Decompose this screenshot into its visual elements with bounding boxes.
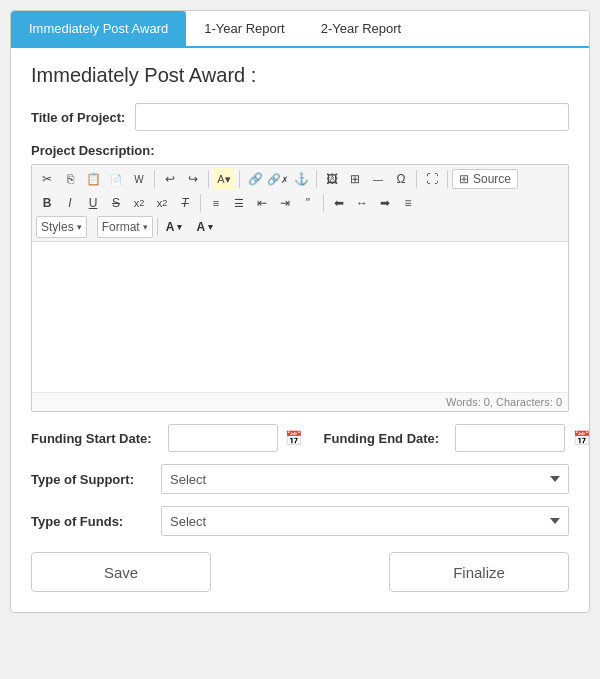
source-button[interactable]: ⊞ Source: [452, 169, 518, 189]
description-label: Project Description:: [31, 143, 569, 158]
bold-button[interactable]: B: [36, 192, 58, 214]
paste-button[interactable]: 📋: [82, 168, 104, 190]
paste-word-button[interactable]: W: [128, 168, 150, 190]
highlight-button[interactable]: A▾: [213, 168, 235, 190]
main-container: Immediately Post Award 1-Year Report 2-Y…: [10, 10, 590, 613]
format-caret-icon: ▾: [143, 222, 148, 232]
sep-8: [323, 194, 324, 212]
blockquote-button[interactable]: ": [297, 192, 319, 214]
tab-2-year-report[interactable]: 2-Year Report: [303, 11, 419, 46]
sep-9: [157, 218, 158, 236]
subscript-button[interactable]: x2: [128, 192, 150, 214]
toolbar-row-1: ✂ ⎘ 📋 📄 W ↩ ↪: [36, 168, 564, 190]
word-count: Words: 0, Characters: 0: [32, 392, 568, 411]
list-ordered-button[interactable]: ≡: [205, 192, 227, 214]
type-of-funds-row: Type of Funds: Select Option 1 Option 2: [31, 506, 569, 536]
styles-label: Styles: [41, 220, 74, 234]
copy-button[interactable]: ⎘: [59, 168, 81, 190]
finalize-button[interactable]: Finalize: [389, 552, 569, 592]
maximize-button[interactable]: ⛶: [421, 168, 443, 190]
highlight-color-button[interactable]: A ▾: [192, 219, 217, 235]
funding-start-group: Funding Start Date: 📅: [31, 424, 304, 452]
source-label: Source: [473, 172, 511, 186]
cut-button[interactable]: ✂: [36, 168, 58, 190]
editor-wrapper: ✂ ⎘ 📋 📄 W ↩ ↪: [31, 164, 569, 412]
remove-format-button[interactable]: T: [174, 192, 196, 214]
tab-1-year-report[interactable]: 1-Year Report: [186, 11, 302, 46]
title-input[interactable]: [135, 103, 569, 131]
redo-button[interactable]: ↪: [182, 168, 204, 190]
sep-1: [154, 170, 155, 188]
description-section: Project Description: ✂ ⎘ 📋 📄 W: [31, 143, 569, 412]
unlink-button[interactable]: 🔗✗: [267, 168, 289, 190]
type-of-funds-select[interactable]: Select Option 1 Option 2: [161, 506, 569, 536]
italic-button[interactable]: I: [59, 192, 81, 214]
underline-button[interactable]: U: [82, 192, 104, 214]
align-left-button[interactable]: ⬅: [328, 192, 350, 214]
type-of-support-row: Type of Support: Select Option 1 Option …: [31, 464, 569, 494]
source-icon: ⊞: [459, 172, 469, 186]
align-right-button[interactable]: ➡: [374, 192, 396, 214]
funding-dates-row: Funding Start Date: 📅 Funding End Date: …: [31, 424, 569, 452]
format-dropdown[interactable]: Format ▾: [97, 216, 153, 238]
funding-end-input[interactable]: [455, 424, 565, 452]
anchor-button[interactable]: ⚓: [290, 168, 312, 190]
align-center-button[interactable]: ↔: [351, 192, 373, 214]
funding-start-label: Funding Start Date:: [31, 431, 152, 446]
font-color-button[interactable]: A ▾: [162, 219, 187, 235]
table-button[interactable]: ⊞: [344, 168, 366, 190]
format-label: Format: [102, 220, 140, 234]
hr-button[interactable]: —: [367, 168, 389, 190]
strike-button[interactable]: S: [105, 192, 127, 214]
align-justify-button[interactable]: ≡: [397, 192, 419, 214]
toolbar-row-3: Styles ▾ Format ▾ A ▾: [36, 216, 564, 238]
editor-area[interactable]: [32, 242, 568, 392]
funding-start-calendar-icon[interactable]: 📅: [284, 428, 304, 448]
special-char-button[interactable]: Ω: [390, 168, 412, 190]
tab-bar: Immediately Post Award 1-Year Report 2-Y…: [11, 11, 589, 48]
funding-end-calendar-icon[interactable]: 📅: [571, 428, 590, 448]
indent-button[interactable]: ⇥: [274, 192, 296, 214]
styles-caret-icon: ▾: [77, 222, 82, 232]
sep-6: [447, 170, 448, 188]
highlight-color-caret: ▾: [208, 222, 213, 232]
image-button[interactable]: 🖼: [321, 168, 343, 190]
sep-2: [208, 170, 209, 188]
funding-start-input[interactable]: [168, 424, 278, 452]
sep-4: [316, 170, 317, 188]
font-color-caret: ▾: [177, 222, 182, 232]
type-of-support-select[interactable]: Select Option 1 Option 2: [161, 464, 569, 494]
toolbar-row-2: B I U S x2 x2 T ≡ ☰ ⇤ ⇥ ": [36, 192, 564, 214]
paste-text-button[interactable]: 📄: [105, 168, 127, 190]
highlight-color-label: A: [196, 221, 205, 233]
outdent-button[interactable]: ⇤: [251, 192, 273, 214]
type-of-funds-label: Type of Funds:: [31, 514, 151, 529]
sep-3: [239, 170, 240, 188]
sep-7: [200, 194, 201, 212]
font-color-label: A: [166, 221, 175, 233]
funding-end-group: Funding End Date: 📅: [324, 424, 590, 452]
funding-end-label: Funding End Date:: [324, 431, 440, 446]
content-area: Immediately Post Award : Title of Projec…: [11, 48, 589, 612]
tab-immediately-post[interactable]: Immediately Post Award: [11, 11, 186, 46]
action-buttons-row: Save Finalize: [31, 552, 569, 592]
styles-dropdown[interactable]: Styles ▾: [36, 216, 87, 238]
title-field-row: Title of Project:: [31, 103, 569, 131]
title-label: Title of Project:: [31, 110, 125, 125]
superscript-button[interactable]: x2: [151, 192, 173, 214]
sep-5: [416, 170, 417, 188]
editor-toolbar: ✂ ⎘ 📋 📄 W ↩ ↪: [32, 165, 568, 242]
link-button[interactable]: 🔗: [244, 168, 266, 190]
list-unordered-button[interactable]: ☰: [228, 192, 250, 214]
undo-button[interactable]: ↩: [159, 168, 181, 190]
page-title: Immediately Post Award :: [31, 64, 569, 87]
save-button[interactable]: Save: [31, 552, 211, 592]
type-of-support-label: Type of Support:: [31, 472, 151, 487]
